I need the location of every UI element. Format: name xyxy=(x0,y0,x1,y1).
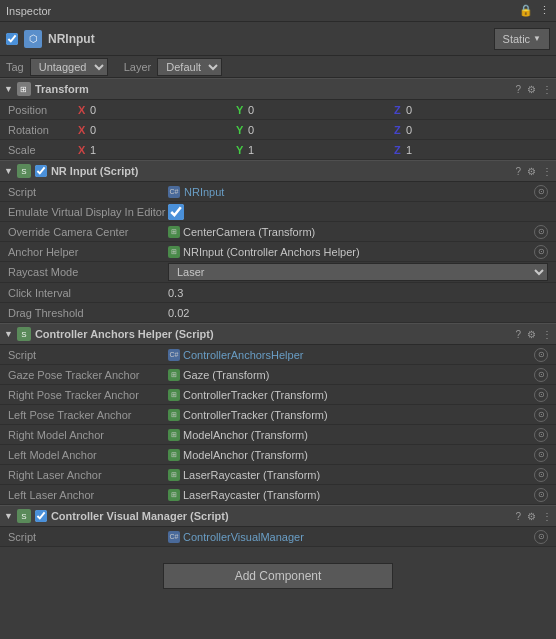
anchor-ref-icon: ⊞ xyxy=(168,246,180,258)
scale-row: Scale X 1 Y 1 Z 1 xyxy=(0,140,556,160)
lock-icon[interactable]: 🔒 xyxy=(519,4,533,17)
left-pose-value-cell: ⊞ ControllerTracker (Transform) ⊙ xyxy=(168,408,548,422)
emulate-checkbox[interactable] xyxy=(168,204,184,220)
rotation-x-item: X 0 xyxy=(78,124,232,136)
left-laser-ref-icon: ⊞ xyxy=(168,489,180,501)
rotation-label: Rotation xyxy=(8,124,78,136)
inspector-header: Inspector 🔒 ⋮ xyxy=(0,0,556,22)
left-pose-circle[interactable]: ⊙ xyxy=(534,408,548,422)
right-model-value-cell: ⊞ ModelAnchor (Transform) ⊙ xyxy=(168,428,548,442)
left-model-circle[interactable]: ⊙ xyxy=(534,448,548,462)
anchors-script-label: Script xyxy=(8,349,168,361)
x-axis-label: X xyxy=(78,104,88,116)
anchors-arrow[interactable]: ▼ xyxy=(4,329,13,339)
transform-settings-icon[interactable]: ⚙ xyxy=(527,84,536,95)
nrinput-section-right: ? ⚙ ⋮ xyxy=(515,166,552,177)
left-pose-ref-icon: ⊞ xyxy=(168,409,180,421)
position-y-item: Y 0 xyxy=(236,104,390,116)
layer-select[interactable]: Default xyxy=(157,58,222,76)
left-laser-label: Left Laser Anchor xyxy=(8,489,168,501)
visual-menu-icon[interactable]: ⋮ xyxy=(542,511,552,522)
transform-arrow[interactable]: ▼ xyxy=(4,84,13,94)
override-select-circle[interactable]: ⊙ xyxy=(534,225,548,239)
raycast-label: Raycast Mode xyxy=(8,266,168,278)
anchors-script-circle[interactable]: ⊙ xyxy=(534,348,548,362)
static-label: Static xyxy=(503,33,531,45)
left-model-ref-icon: ⊞ xyxy=(168,449,180,461)
static-button[interactable]: Static ▼ xyxy=(494,28,550,50)
add-component-button[interactable]: Add Component xyxy=(163,563,393,589)
position-z-value: 0 xyxy=(406,104,412,116)
right-pose-circle[interactable]: ⊙ xyxy=(534,388,548,402)
nrinput-section-icon: S xyxy=(17,164,31,178)
nrinput-title: NR Input (Script) xyxy=(51,165,138,177)
object-enabled-checkbox[interactable] xyxy=(6,33,18,45)
override-ref-icon: ⊞ xyxy=(168,226,180,238)
transform-menu-icon[interactable]: ⋮ xyxy=(542,84,552,95)
nrinput-help-icon[interactable]: ? xyxy=(515,166,521,177)
transform-help-icon[interactable]: ? xyxy=(515,84,521,95)
position-row: Position X 0 Y 0 Z 0 xyxy=(0,100,556,120)
visual-settings-icon[interactable]: ⚙ xyxy=(527,511,536,522)
emulate-row: Emulate Virtual Display In Editor xyxy=(0,202,556,222)
script-ref-icon: C# xyxy=(168,186,180,198)
nrinput-arrow[interactable]: ▼ xyxy=(4,166,13,176)
menu-icon[interactable]: ⋮ xyxy=(539,4,550,17)
right-pose-label: Right Pose Tracker Anchor xyxy=(8,389,168,401)
nrinput-settings-icon[interactable]: ⚙ xyxy=(527,166,536,177)
anchors-settings-icon[interactable]: ⚙ xyxy=(527,329,536,340)
visual-script-ref-icon: C# xyxy=(168,531,180,543)
visual-arrow[interactable]: ▼ xyxy=(4,511,13,521)
left-laser-value: LaserRaycaster (Transform) xyxy=(183,489,320,501)
right-laser-row: Right Laser Anchor ⊞ LaserRaycaster (Tra… xyxy=(0,465,556,485)
gaze-pose-circle[interactable]: ⊙ xyxy=(534,368,548,382)
right-pose-ref-icon: ⊞ xyxy=(168,389,180,401)
rotation-xyz: X 0 Y 0 Z 0 xyxy=(78,124,548,136)
raycast-row: Raycast Mode Laser xyxy=(0,262,556,283)
left-model-row: Left Model Anchor ⊞ ModelAnchor (Transfo… xyxy=(0,445,556,465)
tag-layer-row: Tag Untagged Layer Default xyxy=(0,56,556,78)
gaze-ref-icon: ⊞ xyxy=(168,369,180,381)
header-icons: 🔒 ⋮ xyxy=(519,4,550,17)
script-value-cell: C# NRInput ⊙ xyxy=(168,185,548,199)
rotation-z-value: 0 xyxy=(406,124,412,136)
scale-x-value: 1 xyxy=(90,144,96,156)
left-laser-circle[interactable]: ⊙ xyxy=(534,488,548,502)
nrinput-enabled-checkbox[interactable] xyxy=(35,165,47,177)
anchors-help-icon[interactable]: ? xyxy=(515,329,521,340)
transform-section-header: ▼ ⊞ Transform ? ⚙ ⋮ xyxy=(0,78,556,100)
scale-z-value: 1 xyxy=(406,144,412,156)
right-laser-circle[interactable]: ⊙ xyxy=(534,468,548,482)
left-model-value: ModelAnchor (Transform) xyxy=(183,449,308,461)
anchor-select-circle[interactable]: ⊙ xyxy=(534,245,548,259)
visual-help-icon[interactable]: ? xyxy=(515,511,521,522)
left-model-label: Left Model Anchor xyxy=(8,449,168,461)
override-value: CenterCamera (Transform) xyxy=(183,226,315,238)
z-axis-label: Z xyxy=(394,104,404,116)
sz-axis-label: Z xyxy=(394,144,404,156)
visual-script-circle[interactable]: ⊙ xyxy=(534,530,548,544)
visual-section: Script C# ControllerVisualManager ⊙ xyxy=(0,527,556,547)
static-dropdown-arrow: ▼ xyxy=(533,34,541,43)
visual-section-header: ▼ S Controller Visual Manager (Script) ?… xyxy=(0,505,556,527)
script-select-circle[interactable]: ⊙ xyxy=(534,185,548,199)
anchors-menu-icon[interactable]: ⋮ xyxy=(542,329,552,340)
nrinput-menu-icon[interactable]: ⋮ xyxy=(542,166,552,177)
right-model-circle[interactable]: ⊙ xyxy=(534,428,548,442)
anchor-row: Anchor Helper ⊞ NRInput (Controller Anch… xyxy=(0,242,556,262)
gaze-pose-value: Gaze (Transform) xyxy=(183,369,269,381)
visual-section-right: ? ⚙ ⋮ xyxy=(515,511,552,522)
anchors-section-header: ▼ S Controller Anchors Helper (Script) ?… xyxy=(0,323,556,345)
right-laser-value: LaserRaycaster (Transform) xyxy=(183,469,320,481)
tag-select[interactable]: Untagged xyxy=(30,58,108,76)
right-model-label: Right Model Anchor xyxy=(8,429,168,441)
left-laser-value-cell: ⊞ LaserRaycaster (Transform) ⊙ xyxy=(168,488,548,502)
visual-enabled-checkbox[interactable] xyxy=(35,510,47,522)
rz-axis-label: Z xyxy=(394,124,404,136)
drag-threshold-row: Drag Threshold 0.02 xyxy=(0,303,556,323)
raycast-select[interactable]: Laser xyxy=(168,263,548,281)
right-laser-value-cell: ⊞ LaserRaycaster (Transform) ⊙ xyxy=(168,468,548,482)
gaze-pose-value-cell: ⊞ Gaze (Transform) ⊙ xyxy=(168,368,548,382)
tag-label: Tag xyxy=(6,61,24,73)
visual-script-value: ControllerVisualManager xyxy=(183,531,304,543)
